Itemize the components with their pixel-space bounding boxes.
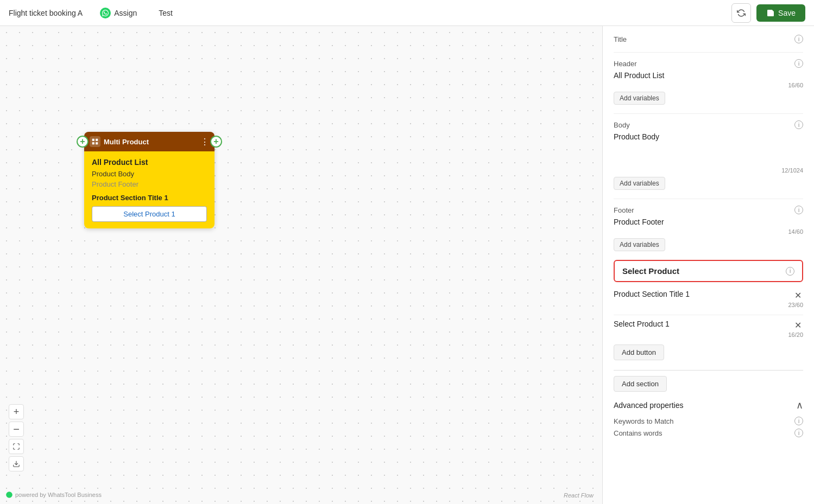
title-info-icon[interactable]: i: [794, 35, 803, 43]
zoom-out-button[interactable]: −: [9, 422, 24, 437]
svg-rect-0: [92, 139, 94, 141]
select-product-section[interactable]: Select Product i: [614, 260, 803, 282]
keywords-row: Keywords to Match i: [614, 417, 803, 425]
zoom-in-button[interactable]: +: [9, 404, 24, 419]
svg-rect-2: [92, 142, 94, 144]
node-product-body: Product Body: [92, 170, 207, 178]
node-header: + Multi Product ⋮ +: [84, 132, 214, 151]
select-product1-close-icon[interactable]: ✕: [792, 320, 803, 330]
main-area: + Multi Product ⋮ + All Product List Pro…: [0, 26, 814, 504]
node-all-product: All Product List: [92, 158, 207, 167]
test-button[interactable]: Test: [154, 7, 177, 20]
add-right-button[interactable]: +: [210, 136, 222, 148]
advanced-properties[interactable]: Advanced properties ∧: [614, 399, 803, 411]
footer-info-icon[interactable]: i: [794, 206, 803, 214]
header-value: All Product List: [614, 71, 803, 80]
svg-point-5: [6, 492, 12, 498]
header-section: Header i All Product List 16/60 Add vari…: [614, 59, 803, 105]
section-title-count: 23/60: [614, 302, 803, 308]
header-info-icon[interactable]: i: [794, 59, 803, 68]
footer-count: 14/60: [614, 228, 803, 235]
powered-by: powered by WhatsTool Business: [5, 491, 102, 499]
keywords-info-icon[interactable]: i: [794, 417, 803, 425]
contains-info-icon[interactable]: i: [794, 429, 803, 437]
react-flow-badge: React Flow: [564, 492, 594, 499]
section-title-value: Product Section Title 1: [614, 290, 792, 298]
canvas-controls: + −: [9, 404, 24, 471]
header-count: 16/60: [614, 82, 803, 88]
select-product1-count: 16/20: [614, 331, 803, 338]
node-product-footer: Product Footer: [92, 180, 207, 188]
save-button[interactable]: Save: [756, 4, 805, 22]
assign-label: Assign: [114, 9, 137, 17]
section-title-item: Product Section Title 1 ✕ 23/60: [614, 290, 803, 308]
topbar-title[interactable]: Flight ticket booking A: [9, 9, 83, 17]
body-textarea[interactable]: Product Body: [614, 132, 803, 165]
select-product-label: Select Product: [622, 266, 679, 276]
node-select-button[interactable]: Select Product 1: [92, 206, 207, 222]
header-add-variables[interactable]: Add variables: [614, 92, 665, 105]
footer-value: Product Footer: [614, 218, 803, 226]
topbar: Flight ticket booking A Assign Test Save: [0, 0, 814, 26]
svg-rect-3: [96, 142, 98, 144]
node-body: All Product List Product Body Product Fo…: [84, 151, 214, 228]
header-label: Header: [614, 60, 637, 68]
select-product-info-icon[interactable]: i: [786, 267, 794, 276]
fit-button[interactable]: [9, 439, 24, 454]
title-section: Title i: [614, 35, 803, 43]
add-button-btn[interactable]: Add button: [614, 344, 664, 360]
node-menu-icon[interactable]: ⋮: [200, 137, 209, 147]
whatsapp-icon: [100, 8, 111, 18]
assign-button[interactable]: Assign: [96, 5, 141, 21]
right-panel: Title i Header i All Product List 16/60 …: [602, 26, 814, 504]
body-info-icon[interactable]: i: [794, 120, 803, 129]
multi-product-node: + Multi Product ⋮ + All Product List Pro…: [84, 132, 214, 228]
select-product1-item: Select Product 1 ✕ 16/20: [614, 320, 803, 338]
footer-add-variables[interactable]: Add variables: [614, 238, 665, 251]
node-title: Multi Product: [104, 138, 197, 146]
add-left-button[interactable]: +: [77, 136, 89, 148]
footer-label: Footer: [614, 206, 634, 214]
advanced-title: Advanced properties: [614, 401, 683, 410]
canvas[interactable]: + Multi Product ⋮ + All Product List Pro…: [0, 26, 602, 504]
advanced-chevron-icon: ∧: [796, 399, 803, 411]
refresh-button[interactable]: [731, 3, 751, 23]
node-section-title: Product Section Title 1: [92, 194, 207, 202]
node-header-icon: [90, 136, 100, 147]
select-product1-value: Select Product 1: [614, 320, 792, 328]
body-label: Body: [614, 121, 630, 129]
body-add-variables[interactable]: Add variables: [614, 177, 665, 190]
download-button[interactable]: [9, 456, 24, 471]
svg-rect-1: [96, 139, 98, 141]
contains-label: Contains words: [614, 429, 662, 437]
section-title-close-icon[interactable]: ✕: [792, 290, 803, 301]
save-label: Save: [778, 9, 796, 17]
footer-section: Footer i Product Footer 14/60 Add variab…: [614, 206, 803, 251]
body-section: Body i Product Body 12/1024 Add variable…: [614, 120, 803, 190]
title-label: Title: [614, 35, 627, 43]
add-section-btn[interactable]: Add section: [614, 376, 667, 392]
contains-row: Contains words i: [614, 429, 803, 437]
keywords-label: Keywords to Match: [614, 417, 674, 425]
body-count: 12/1024: [614, 167, 803, 174]
